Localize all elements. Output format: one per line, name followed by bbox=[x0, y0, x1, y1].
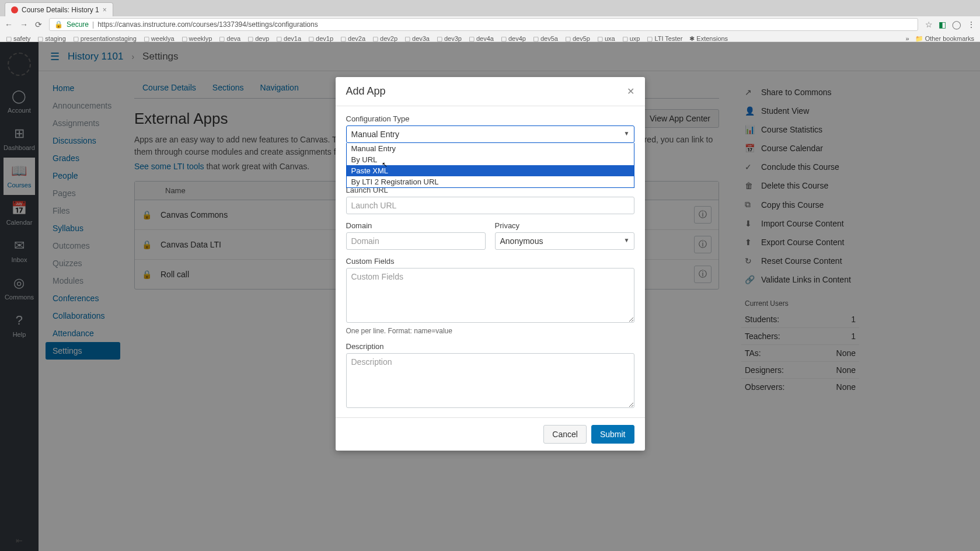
bookmark-item[interactable]: ▢ dev4p bbox=[501, 35, 526, 43]
config-option[interactable]: By LTI 2 Registration URL bbox=[347, 176, 634, 187]
reload-icon[interactable]: ⟳ bbox=[35, 20, 42, 29]
custom-fields-input[interactable] bbox=[346, 268, 634, 323]
modal-title: Add App bbox=[346, 85, 386, 97]
bookmark-item[interactable]: ▢ uxp bbox=[622, 35, 640, 43]
bookmark-item[interactable]: ▢ LTI Tester bbox=[647, 35, 682, 43]
config-type-dropdown: ↖ Manual EntryBy URLPaste XMLBy LTI 2 Re… bbox=[346, 143, 634, 188]
config-type-select[interactable]: Manual Entry bbox=[346, 125, 634, 143]
add-app-modal: Add App ✕ Configuration Type Manual Entr… bbox=[336, 77, 645, 451]
bookmark-item[interactable]: ▢ staging bbox=[37, 35, 65, 43]
browser-chrome: Course Details: History 1 × ← → ⟳ 🔒 Secu… bbox=[0, 0, 980, 42]
bookmark-item[interactable]: ▢ weeklyp bbox=[182, 35, 212, 43]
modal-overlay: Add App ✕ Configuration Type Manual Entr… bbox=[0, 42, 980, 551]
config-option[interactable]: By URL bbox=[347, 154, 634, 165]
star-icon[interactable]: ☆ bbox=[925, 20, 933, 29]
bookmark-item[interactable]: ▢ presentationstaging bbox=[73, 35, 137, 43]
folder-icon: 📁 bbox=[915, 35, 923, 43]
other-bookmarks[interactable]: 📁Other bookmarks bbox=[915, 35, 974, 43]
bookmark-item[interactable]: ▢ dev5p bbox=[565, 35, 590, 43]
ext-icon[interactable]: ✱ Extensions bbox=[689, 35, 728, 43]
bookmark-item[interactable]: ▢ uxa bbox=[597, 35, 615, 43]
secure-label: Secure bbox=[67, 20, 89, 29]
bookmark-item[interactable]: ▢ weeklya bbox=[144, 35, 175, 43]
tab-title: Course Details: History 1 bbox=[22, 6, 99, 14]
launch-url-input[interactable] bbox=[346, 197, 634, 214]
lock-icon: 🔒 bbox=[54, 20, 63, 29]
avatar-icon[interactable]: ◯ bbox=[952, 20, 961, 29]
bookmark-item[interactable]: ▢ dev1p bbox=[308, 35, 333, 43]
cancel-button[interactable]: Cancel bbox=[543, 425, 587, 444]
bookmark-item[interactable]: ▢ dev5a bbox=[533, 35, 558, 43]
bookmark-item[interactable]: ▢ safety bbox=[6, 35, 30, 43]
bookmark-item[interactable]: ▢ deva bbox=[219, 35, 240, 43]
bookmark-item[interactable]: ▢ dev2a bbox=[340, 35, 365, 43]
submit-button[interactable]: Submit bbox=[591, 425, 634, 444]
close-tab-icon[interactable]: × bbox=[103, 6, 107, 14]
bookmark-item[interactable]: ▢ dev3p bbox=[437, 35, 462, 43]
domain-label: Domain bbox=[346, 221, 486, 230]
back-icon[interactable]: ← bbox=[5, 20, 13, 29]
privacy-label: Privacy bbox=[495, 221, 634, 230]
description-label: Description bbox=[346, 342, 634, 351]
config-type-label: Configuration Type bbox=[346, 114, 634, 123]
menu-icon[interactable]: ⋮ bbox=[967, 20, 975, 29]
browser-tab[interactable]: Course Details: History 1 × bbox=[5, 2, 113, 16]
extension-icon[interactable]: ◧ bbox=[939, 20, 946, 29]
address-bar[interactable]: 🔒 Secure | https://canvas.instructure.co… bbox=[49, 18, 918, 31]
bookmark-item[interactable]: ▢ dev3a bbox=[404, 35, 430, 43]
description-input[interactable] bbox=[346, 353, 634, 408]
url-text: https://canvas.instructure.com/courses/1… bbox=[97, 20, 318, 29]
bookmark-item[interactable]: ▢ dev2p bbox=[372, 35, 397, 43]
privacy-select[interactable]: Anonymous bbox=[495, 232, 634, 250]
bookmark-item[interactable]: ▢ devp bbox=[247, 35, 269, 43]
custom-fields-label: Custom Fields bbox=[346, 257, 634, 266]
custom-fields-hint: One per line. Format: name=value bbox=[346, 327, 634, 335]
bookmark-item[interactable]: ▢ dev1a bbox=[276, 35, 301, 43]
secure-divider: | bbox=[92, 20, 94, 29]
domain-input[interactable] bbox=[346, 232, 486, 250]
config-option[interactable]: Manual Entry bbox=[347, 143, 634, 154]
bookmark-item[interactable]: ▢ dev4a bbox=[469, 35, 494, 43]
config-option[interactable]: Paste XML bbox=[347, 165, 634, 176]
favicon bbox=[11, 6, 18, 13]
close-icon[interactable]: ✕ bbox=[627, 86, 634, 97]
more-icon[interactable]: » bbox=[906, 35, 909, 43]
forward-icon[interactable]: → bbox=[20, 20, 28, 29]
